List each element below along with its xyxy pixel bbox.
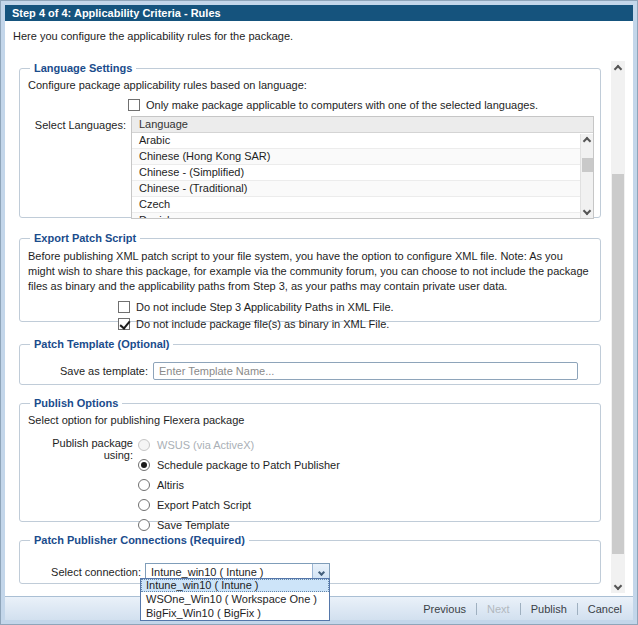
chevron-down-icon [317, 568, 324, 575]
window-title: Step 4 of 4: Applicability Criteria - Ru… [5, 5, 633, 21]
footer-separator [577, 603, 578, 615]
publish-options-group: Publish Options Select option for publis… [19, 397, 601, 522]
radio-wsus-label: WSUS (via ActiveX) [157, 439, 254, 451]
connection-option[interactable]: WSOne_Win10 ( Workspace One ) [141, 593, 329, 606]
export-description-text: Before publishing XML patch script to yo… [28, 249, 592, 294]
content-scrollbar[interactable] [611, 61, 625, 593]
select-languages-label: Select Languages: [26, 116, 126, 131]
language-list-item[interactable]: Chinese (Hong Kong SAR) [132, 149, 593, 165]
language-settings-group: Language Settings Configure package appl… [19, 62, 601, 218]
wizard-window: Step 4 of 4: Applicability Criteria - Ru… [0, 0, 638, 625]
radio-export-patch-script-label: Export Patch Script [157, 499, 251, 511]
radio-altiris[interactable] [138, 479, 150, 491]
exclude-step3-paths-label: Do not include Step 3 Applicability Path… [136, 301, 394, 313]
radio-patch-publisher-label: Schedule package to Patch Publisher [157, 459, 340, 471]
language-list-item[interactable]: Chinese - (Traditional) [132, 181, 593, 197]
connection-option[interactable]: Intune_win10 ( Intune ) [141, 579, 329, 592]
content-scroll-down-icon[interactable] [611, 578, 625, 593]
language-list-header[interactable]: Language [132, 117, 593, 133]
only-selected-languages-checkbox[interactable] [128, 99, 140, 111]
scroll-up-icon[interactable] [581, 134, 593, 148]
connection-dropdown-list: Intune_win10 ( Intune ) WSOne_Win10 ( Wo… [140, 578, 330, 621]
exclude-binary-label: Do not include package file(s) as binary… [136, 318, 389, 330]
export-patch-script-legend: Export Patch Script [30, 232, 140, 244]
select-connection-label: Select connection: [26, 566, 141, 578]
scroll-down-icon[interactable] [581, 204, 593, 218]
radio-export-patch-script[interactable] [138, 499, 150, 511]
previous-button[interactable]: Previous [422, 603, 467, 615]
connections-group: Patch Publisher Connections (Required) S… [19, 534, 601, 584]
footer-separator [520, 603, 521, 615]
publish-intro-text: Select option for publishing Flexera pac… [28, 414, 594, 426]
exclude-binary-checkbox[interactable] [118, 318, 130, 330]
exclude-step3-paths-checkbox[interactable] [118, 301, 130, 313]
publish-options-legend: Publish Options [30, 397, 122, 409]
language-intro-text: Configure package applicability rules ba… [28, 79, 594, 91]
content-scrollbar-track[interactable] [611, 76, 625, 578]
language-settings-legend: Language Settings [30, 62, 136, 74]
template-name-input[interactable] [153, 362, 578, 380]
language-list-item[interactable]: Arabic [132, 133, 593, 149]
footer-separator [476, 603, 477, 615]
language-list-item[interactable]: Chinese - (Simplified) [132, 165, 593, 181]
language-scrollbar-thumb[interactable] [582, 158, 593, 172]
export-patch-script-group: Export Patch Script Before publishing XM… [19, 232, 601, 322]
content-scrollbar-thumb[interactable] [612, 174, 624, 554]
language-list[interactable]: Language Arabic Chinese (Hong Kong SAR) … [131, 116, 594, 219]
language-list-item[interactable]: Czech [132, 197, 593, 213]
connection-option[interactable]: BigFix_Win10 ( BigFix ) [141, 607, 329, 620]
connections-legend: Patch Publisher Connections (Required) [30, 534, 249, 546]
only-selected-languages-label: Only make package applicable to computer… [146, 99, 538, 111]
wizard-content: Language Settings Configure package appl… [5, 58, 607, 596]
next-button: Next [486, 603, 511, 615]
language-list-item[interactable]: Danish [132, 213, 593, 219]
language-list-scrollbar[interactable] [580, 134, 593, 218]
radio-altiris-label: Altiris [157, 479, 184, 491]
radio-save-template[interactable] [138, 519, 150, 531]
radio-save-template-label: Save Template [157, 519, 230, 531]
radio-wsus [138, 439, 150, 451]
patch-template-legend: Patch Template (Optional) [30, 338, 173, 350]
radio-patch-publisher[interactable] [138, 459, 150, 471]
publish-button[interactable]: Publish [530, 603, 568, 615]
patch-template-group: Patch Template (Optional) Save as templa… [19, 338, 601, 385]
wizard-subtitle: Here you configure the applicability rul… [5, 21, 633, 58]
content-scroll-up-icon[interactable] [611, 61, 625, 76]
publish-using-label: Publish package using: [26, 435, 133, 461]
cancel-button[interactable]: Cancel [587, 603, 623, 615]
save-as-template-label: Save as template: [26, 365, 148, 377]
